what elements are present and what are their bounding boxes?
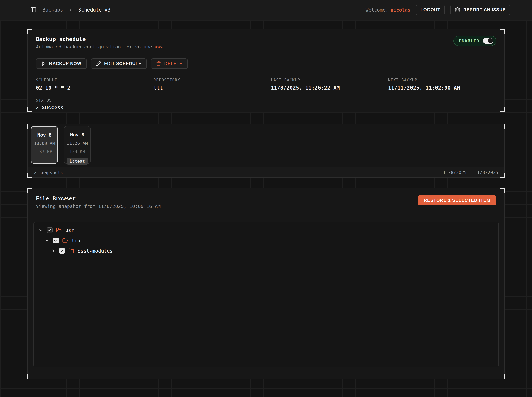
snapshot-card[interactable]: Nov 8 11:26 AM 133 KB Latest <box>64 126 91 164</box>
username: nicolas <box>391 7 411 13</box>
corner-bracket <box>27 374 32 379</box>
tree-label: lib <box>71 238 80 243</box>
field-label: NEXT BACKUP <box>388 78 496 82</box>
breadcrumb-current: Schedule #3 <box>78 7 111 13</box>
corner-bracket <box>500 173 505 178</box>
backup-now-button[interactable]: BACKUP NOW <box>36 58 87 69</box>
snapshot-time: 11:26 AM <box>67 141 88 146</box>
snapshot-count: 2 snapshots <box>34 170 63 175</box>
tree-label: usr <box>65 227 74 233</box>
tree-row-lib[interactable]: lib <box>39 235 494 246</box>
status-value: Success <box>42 105 64 111</box>
file-browser-card: File Browser Viewing snapshot from 11/8/… <box>27 188 505 379</box>
edit-schedule-label: EDIT SCHEDULE <box>104 61 142 66</box>
checkbox-ossl-modules[interactable] <box>59 248 65 254</box>
field-value: 11/8/2025, 11:26:22 AM <box>271 85 388 91</box>
chevron-right-icon[interactable] <box>51 249 56 253</box>
tree-row-ossl-modules[interactable]: ossl-modules <box>39 246 494 256</box>
field-repository: REPOSITORY ttt <box>153 78 271 91</box>
corner-bracket <box>500 188 505 193</box>
field-last-backup: LAST BACKUP 11/8/2025, 11:26:22 AM <box>271 78 388 91</box>
field-label: REPOSITORY <box>153 78 271 82</box>
panel-left-icon[interactable] <box>30 6 37 13</box>
tree-row-usr[interactable]: usr <box>39 225 494 235</box>
checkbox-usr[interactable] <box>47 227 53 233</box>
edit-schedule-button[interactable]: EDIT SCHEDULE <box>91 58 147 69</box>
snapshot-card-selected[interactable]: Nov 8 10:09 AM 133 KB <box>31 126 58 164</box>
field-next-backup: NEXT BACKUP 11/11/2025, 11:02:00 AM <box>388 78 496 91</box>
snapshot-time: 10:09 AM <box>34 141 55 146</box>
volume-name: sss <box>154 44 163 50</box>
chevron-right-icon <box>69 8 73 12</box>
checkbox-lib[interactable] <box>53 238 59 243</box>
report-issue-button[interactable]: REPORT AN ISSUE <box>450 5 510 15</box>
folder-icon <box>69 248 74 254</box>
file-browser-title: File Browser <box>36 195 160 202</box>
corner-bracket <box>27 173 32 178</box>
file-browser-subtitle: Viewing snapshot from 11/8/2025, 10:09:1… <box>36 204 160 209</box>
backup-schedule-card: Backup schedule Automated backup configu… <box>27 29 505 112</box>
welcome-text: Welcome,nicolas <box>366 7 411 13</box>
chevron-down-icon[interactable] <box>39 228 43 232</box>
snapshot-date: Nov 8 <box>70 132 84 137</box>
corner-bracket <box>27 124 32 129</box>
corner-bracket <box>27 29 32 34</box>
corner-bracket <box>27 188 32 193</box>
toggle-knob <box>488 38 493 43</box>
enabled-toggle[interactable]: ENABLED <box>453 36 496 46</box>
latest-badge: Latest <box>67 158 88 165</box>
trash-icon <box>156 61 161 66</box>
lifebuoy-icon <box>455 7 460 13</box>
field-schedule: SCHEDULE 02 10 * * 2 <box>36 78 153 91</box>
snapshot-timeline: Nov 8 10:09 AM 133 KB Nov 8 11:26 AM 133… <box>27 124 505 178</box>
play-icon <box>41 61 46 66</box>
field-value: 02 10 * * 2 <box>36 85 153 91</box>
field-label: SCHEDULE <box>36 78 153 82</box>
folder-open-icon <box>56 227 62 233</box>
toggle-switch[interactable] <box>483 38 493 44</box>
snapshot-size: 133 KB <box>69 149 85 154</box>
breadcrumb: Backups Schedule #3 <box>30 6 111 13</box>
enabled-label: ENABLED <box>459 38 479 43</box>
field-value: ttt <box>153 85 271 91</box>
backup-now-label: BACKUP NOW <box>49 61 82 66</box>
corner-bracket <box>27 107 32 112</box>
schedule-card-title: Backup schedule <box>36 36 163 42</box>
file-tree: usr lib ossl-modules <box>33 222 499 367</box>
status-label: STATUS <box>36 98 496 102</box>
corner-bracket <box>500 29 505 34</box>
chevron-down-icon[interactable] <box>45 238 49 243</box>
snapshot-date: Nov 8 <box>37 132 51 138</box>
delete-button[interactable]: DELETE <box>151 58 188 69</box>
delete-label: DELETE <box>164 61 183 66</box>
timeline-footer: 2 snapshots 11/8/2025 – 11/8/2025 <box>28 167 504 177</box>
subtitle-prefix: Automated backup configuration for volum… <box>36 44 152 50</box>
corner-bracket <box>500 124 505 129</box>
corner-bracket <box>500 107 505 112</box>
schedule-card-subtitle: Automated backup configuration for volum… <box>36 44 163 50</box>
field-label: LAST BACKUP <box>271 78 388 82</box>
welcome-prefix: Welcome, <box>366 7 388 13</box>
snapshot-size: 133 KB <box>37 149 52 154</box>
restore-button[interactable]: RESTORE 1 SELECTED ITEM <box>418 195 496 205</box>
check-icon: ✓ <box>36 105 39 111</box>
report-issue-label: REPORT AN ISSUE <box>463 7 506 12</box>
tree-label: ossl-modules <box>78 248 113 254</box>
logout-button[interactable]: LOGOUT <box>416 5 445 15</box>
breadcrumb-backups[interactable]: Backups <box>43 7 63 13</box>
field-value: 11/11/2025, 11:02:00 AM <box>388 85 496 91</box>
corner-bracket <box>500 374 505 379</box>
status-field: STATUS ✓ Success <box>36 98 496 111</box>
folder-open-icon <box>62 238 68 243</box>
snapshot-date-range: 11/8/2025 – 11/8/2025 <box>443 170 498 175</box>
top-header: Backups Schedule #3 Welcome,nicolas LOGO… <box>0 0 532 20</box>
pencil-icon <box>96 61 101 66</box>
